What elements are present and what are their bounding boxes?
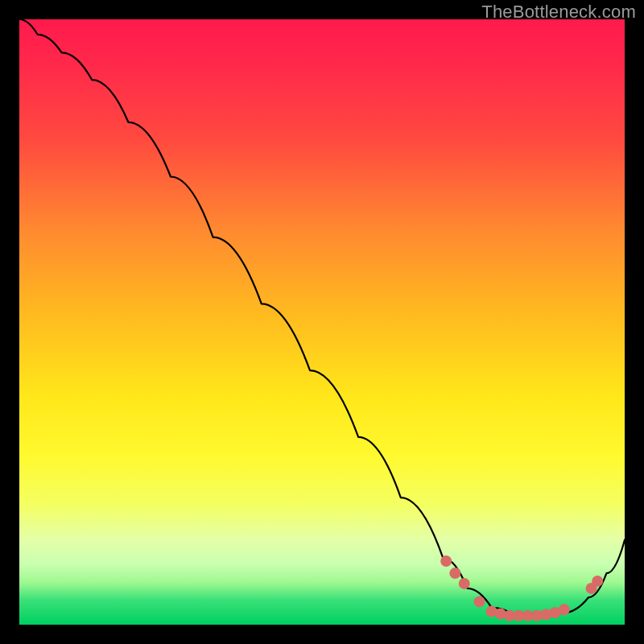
data-marker [459, 578, 470, 589]
plot-area [19, 19, 625, 625]
data-marker [592, 576, 603, 587]
series-line [19, 19, 625, 616]
data-marker [559, 604, 570, 615]
data-marker [440, 555, 452, 567]
chart-frame: TheBottleneck.com [0, 0, 644, 644]
data-marker [474, 596, 485, 607]
chart-svg [19, 19, 625, 625]
marker-group [440, 555, 603, 621]
data-marker [449, 568, 460, 579]
